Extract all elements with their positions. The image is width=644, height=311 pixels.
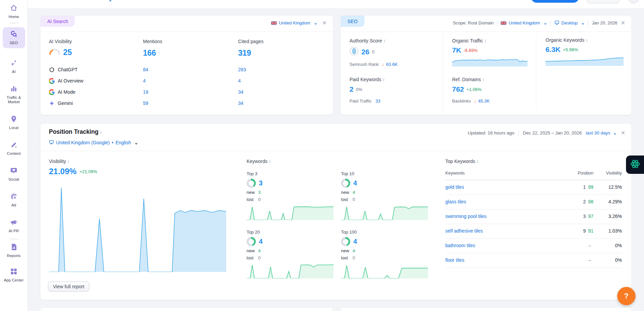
info-icon[interactable]: i [586, 38, 587, 43]
organic-keywords-trend-chart [545, 56, 624, 66]
keywords-bucket-top10: Top 10 4 new4 lost0 [341, 171, 429, 220]
lost-label: lost [341, 255, 353, 260]
info-icon[interactable]: i [384, 39, 385, 43]
tab-ai-search[interactable]: AI Search [40, 16, 75, 27]
info-icon[interactable]: i [269, 159, 270, 164]
close-icon[interactable]: ✕ [322, 20, 327, 26]
platform-name: AI Overview [58, 78, 83, 84]
cited-count-link[interactable]: 283 [238, 67, 246, 72]
ai-platform-row: AI Mode 19 34 [49, 88, 324, 96]
visibility-cell: 4.29% [608, 199, 622, 204]
semrush-rank-value[interactable]: 63.6K [386, 62, 398, 67]
sidebar-item-ai[interactable]: AI [3, 59, 25, 74]
cited-pages-total[interactable]: 319 [238, 49, 251, 57]
authority-score-value[interactable]: 26 [361, 48, 369, 56]
organic-keywords-delta: +5.98% [563, 47, 578, 52]
visibility-trend-chart[interactable] [49, 180, 226, 272]
gemini-icon [49, 100, 55, 106]
device-selector[interactable]: Desktop ⌄ [554, 20, 585, 26]
mentions-count-link[interactable]: 59 [143, 100, 148, 106]
bullet-icon: • [112, 140, 113, 145]
ref-domains-value[interactable]: 762 [452, 85, 464, 93]
bucket-value[interactable]: 4 [353, 179, 357, 187]
lost-value: 0 [258, 197, 261, 202]
info-icon[interactable]: i [483, 77, 484, 82]
mentions-count-link[interactable]: 19 [143, 89, 148, 95]
ai-visibility-value[interactable]: 25 [63, 48, 72, 57]
cited-count-link[interactable]: 4 [238, 78, 241, 84]
position-value: 2 [583, 199, 586, 204]
view-full-report-button[interactable]: View full report [48, 281, 89, 292]
megaphone-icon [10, 218, 18, 227]
mentions-count-link[interactable]: 84 [143, 67, 148, 72]
help-button[interactable]: ? [617, 287, 636, 305]
info-icon[interactable]: i [477, 159, 478, 164]
home-icon [10, 4, 18, 13]
keyword-link[interactable]: swimming pool tiles [445, 214, 486, 219]
chevron-down-icon: ⌄ [543, 20, 547, 25]
page-title-domain-link[interactable]: luxurytiles.co.uk [93, 0, 144, 1]
sidebar-item-reports[interactable]: Reports [3, 243, 25, 258]
column-header-position: Position [578, 170, 593, 176]
report-document-icon [10, 243, 18, 252]
keyword-link[interactable]: glass tiles [445, 199, 466, 204]
info-icon[interactable]: i [68, 159, 69, 164]
top100-trend-chart [341, 263, 428, 278]
organic-keywords-value[interactable]: 6.3K [545, 45, 560, 54]
sidebar-item-content[interactable]: Content [3, 141, 25, 156]
sidebar-divider [10, 23, 18, 23]
platform-name: AI Mode [58, 89, 75, 95]
google-icon [49, 89, 55, 95]
paid-traffic-label: Paid Traffic [350, 98, 372, 104]
organic-traffic-value[interactable]: 7K [452, 46, 461, 54]
bucket-value[interactable]: 4 [353, 238, 357, 245]
header-divider [551, 20, 551, 26]
keyword-link[interactable]: self adhesive tiles [445, 228, 483, 234]
country-selector[interactable]: United Kingdom ⌄ [501, 20, 547, 25]
ai-extension-button[interactable] [626, 156, 644, 174]
keyword-row: floor tiles – 0% [445, 253, 622, 268]
mentions-count-link[interactable]: 4 [143, 78, 146, 84]
chevron-down-icon: ⌄ [581, 20, 585, 25]
close-icon[interactable]: ✕ [621, 20, 625, 26]
position-value: – [588, 243, 591, 248]
sidebar-item-seo[interactable]: SEO [3, 27, 25, 48]
sidebar-item-ad[interactable]: Ad [3, 193, 25, 207]
bucket-value[interactable]: 4 [259, 238, 263, 245]
sidebar-item-home[interactable]: Home [3, 4, 25, 19]
cited-count-link[interactable]: 34 [238, 100, 244, 106]
period-selector[interactable]: last 30 days ⌄ [586, 130, 617, 135]
header-circle-button[interactable] [627, 0, 640, 3]
page-title-prefix: SEO Dashboard: [40, 0, 91, 1]
sidebar-item-social[interactable]: Social [3, 167, 25, 182]
tab-seo[interactable]: SEO [341, 16, 364, 27]
sidebar-item-ai-pr[interactable]: AI PR [3, 218, 25, 233]
backlinks-value[interactable]: 45.3K [478, 98, 490, 104]
new-label: new [247, 248, 258, 253]
country-selector[interactable]: United Kingdom ⌄ [271, 20, 317, 25]
pencil-icon [10, 141, 18, 150]
bucket-value[interactable]: 3 [259, 179, 263, 187]
secondary-action-button[interactable] [587, 0, 619, 3]
sidebar-item-local[interactable]: Local [3, 115, 25, 130]
close-icon[interactable]: ✕ [621, 130, 625, 136]
keyword-link[interactable]: floor tiles [445, 257, 464, 263]
info-icon[interactable]: i [101, 130, 102, 135]
paid-traffic-value[interactable]: 33 [375, 98, 380, 104]
header-divider [497, 20, 497, 26]
sidebar-item-app-center[interactable]: App Center [3, 268, 25, 282]
mentions-total[interactable]: 166 [143, 49, 156, 57]
paid-keywords-value[interactable]: 2 [350, 85, 354, 93]
info-icon[interactable]: i [485, 39, 486, 43]
info-icon[interactable]: i [383, 77, 384, 82]
country-label: United Kingdom [508, 20, 540, 25]
ai-sparkles-icon [10, 59, 18, 68]
campaign-selector[interactable]: United Kingdom (Google) • English ⌄ [49, 140, 138, 146]
keywords-bucket-top100: Top 100 4 new4 lost0 [341, 230, 429, 278]
sidebar-item-traffic-market[interactable]: Traffic & Market [3, 85, 25, 104]
keyword-link[interactable]: gold tiles [445, 184, 464, 190]
primary-action-button[interactable]: ⌄ [531, 0, 579, 3]
cited-count-link[interactable]: 34 [238, 89, 244, 95]
keyword-link[interactable]: bathroom tiles [445, 243, 475, 248]
chatgpt-icon [49, 67, 55, 73]
